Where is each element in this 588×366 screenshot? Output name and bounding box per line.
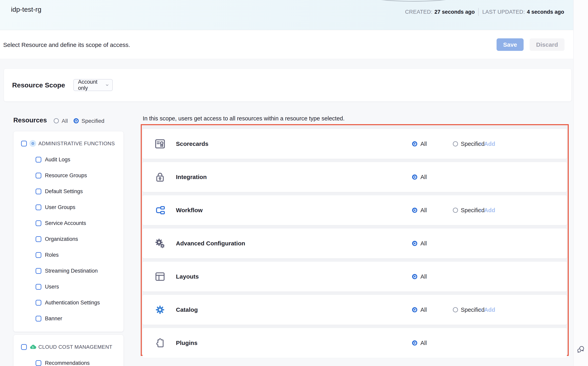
resource-item-checkbox[interactable] — [36, 205, 41, 210]
resource-item-checkbox[interactable] — [36, 268, 41, 274]
all-radio[interactable] — [412, 340, 417, 345]
resource-item-row: Roles — [14, 247, 124, 263]
save-button[interactable]: Save — [496, 38, 524, 51]
resource-item-checkbox[interactable] — [36, 284, 41, 290]
resource-item-checkbox[interactable] — [36, 360, 41, 366]
resource-item-checkbox[interactable] — [36, 252, 41, 258]
resource-type-row: Workflow All Specified + Add — [143, 195, 567, 225]
resource-item-label[interactable]: Users — [45, 284, 59, 290]
resource-item-label[interactable]: User Groups — [45, 204, 75, 210]
all-radio[interactable] — [412, 208, 417, 213]
resource-item-checkbox[interactable] — [36, 189, 41, 194]
svg-text:$: $ — [32, 346, 34, 349]
group-checkbox[interactable] — [21, 141, 27, 146]
resource-item-checkbox[interactable] — [36, 236, 41, 242]
resource-type-row: Integration All — [143, 162, 567, 192]
all-radio[interactable] — [412, 307, 417, 312]
resource-type-row: Plugins All — [143, 328, 567, 358]
resources-tree: ⚙ ADMINISTRATIVE FUNCTIONS Audit Logs Re… — [13, 131, 124, 366]
resource-item-checkbox[interactable] — [36, 316, 41, 321]
resource-group-label[interactable]: ADMINISTRATIVE FUNCTIONS — [38, 140, 115, 147]
created-label: CREATED: — [405, 9, 433, 15]
last-updated-value: 4 seconds ago — [527, 9, 564, 15]
resource-type-name: Workflow — [176, 207, 202, 214]
toolbar-description: Select Resource and define its scope of … — [3, 42, 130, 48]
all-label[interactable]: All — [420, 207, 427, 214]
resources-all-label[interactable]: All — [62, 118, 68, 124]
resource-item-row: Service Accounts — [14, 215, 124, 231]
resource-type-row: Scorecards All Specified + Add — [143, 129, 567, 159]
layouts-icon — [154, 271, 166, 282]
all-radio[interactable] — [412, 274, 417, 279]
resource-type-name: Plugins — [176, 340, 197, 346]
resource-item-label[interactable]: Default Settings — [45, 188, 83, 195]
resource-item-checkbox[interactable] — [36, 300, 41, 305]
specified-radio[interactable] — [453, 208, 458, 213]
resource-item-label[interactable]: Resource Groups — [45, 172, 87, 179]
scorecards-icon — [154, 138, 166, 150]
plugins-icon — [154, 337, 166, 349]
resource-item-checkbox[interactable] — [36, 220, 41, 226]
resource-item-row: Audit Logs — [14, 152, 124, 168]
chevron-down-icon — [105, 83, 109, 87]
resource-group-card: $ CLOUD COST MANAGEMENT Recommendations — [13, 335, 124, 366]
all-label[interactable]: All — [420, 141, 427, 147]
resource-type-name: Catalog — [176, 306, 198, 313]
resource-item-label[interactable]: Authentication Settings — [45, 300, 100, 306]
all-label[interactable]: All — [420, 174, 427, 180]
resource-item-label[interactable]: Organizations — [45, 236, 78, 242]
resources-specified-label[interactable]: Specified — [82, 118, 104, 124]
all-label[interactable]: All — [420, 273, 427, 280]
created-updated-meta: CREATED: 27 seconds ago LAST UPDATED: 4 … — [405, 8, 564, 16]
cloud-cost-icon: $ — [29, 343, 36, 350]
catalog-gear-icon — [154, 304, 166, 316]
toast-top-edge — [356, 0, 471, 2]
resource-scope-value: Account only — [78, 79, 105, 91]
all-label[interactable]: All — [420, 240, 427, 247]
resource-item-row: Recommendations — [14, 355, 124, 366]
resource-item-row: Streaming Destination — [14, 263, 124, 279]
scope-access-description: In this scope, users get access to all r… — [143, 115, 345, 122]
chat-support-icon[interactable] — [576, 345, 585, 354]
resource-group-label[interactable]: CLOUD COST MANAGEMENT — [38, 344, 112, 350]
resource-type-name: Scorecards — [176, 140, 208, 147]
discard-button[interactable]: Discard — [530, 38, 565, 51]
add-link[interactable]: + Add — [479, 307, 495, 313]
resources-all-radio[interactable] — [54, 118, 59, 123]
all-label[interactable]: All — [420, 340, 427, 346]
resources-header: Resources All Specified — [13, 116, 125, 126]
add-link[interactable]: + Add — [479, 141, 495, 147]
all-label[interactable]: All — [420, 307, 427, 313]
resource-item-label[interactable]: Service Accounts — [45, 220, 86, 226]
resource-item-row: Resource Groups — [14, 168, 124, 183]
resource-item-label[interactable]: Recommendations — [45, 360, 90, 366]
right-gutter — [573, 0, 588, 366]
all-radio[interactable] — [412, 241, 417, 246]
resource-item-row: Banner — [14, 311, 124, 327]
resources-title: Resources — [13, 116, 47, 124]
resource-type-row: Catalog All Specified + Add — [143, 295, 567, 325]
resource-item-checkbox[interactable] — [36, 157, 41, 162]
resource-item-row: Organizations — [14, 231, 124, 247]
resource-item-label[interactable]: Banner — [45, 316, 62, 322]
resource-item-row: User Groups — [14, 199, 124, 215]
meta-divider — [478, 8, 479, 16]
resource-item-label[interactable]: Audit Logs — [45, 157, 70, 163]
resource-scope-select[interactable]: Account only — [73, 79, 113, 91]
resource-item-checkbox[interactable] — [36, 173, 41, 178]
resource-item-label[interactable]: Streaming Destination — [45, 268, 98, 274]
add-link[interactable]: + Add — [479, 207, 495, 214]
specified-radio[interactable] — [453, 141, 458, 146]
resource-group-card: ⚙ ADMINISTRATIVE FUNCTIONS Audit Logs Re… — [13, 131, 124, 332]
group-checkbox[interactable] — [21, 344, 27, 350]
created-value: 27 seconds ago — [434, 9, 475, 15]
specified-radio[interactable] — [453, 307, 458, 312]
toolbar: Select Resource and define its scope of … — [0, 30, 573, 59]
resources-specified-radio[interactable] — [74, 118, 79, 123]
all-radio[interactable] — [412, 175, 417, 180]
resource-type-row: Layouts All — [143, 262, 567, 291]
all-radio[interactable] — [412, 141, 417, 146]
resource-type-name: Layouts — [176, 273, 199, 280]
resource-item-row: Authentication Settings — [14, 295, 124, 311]
resource-item-label[interactable]: Roles — [45, 252, 59, 258]
